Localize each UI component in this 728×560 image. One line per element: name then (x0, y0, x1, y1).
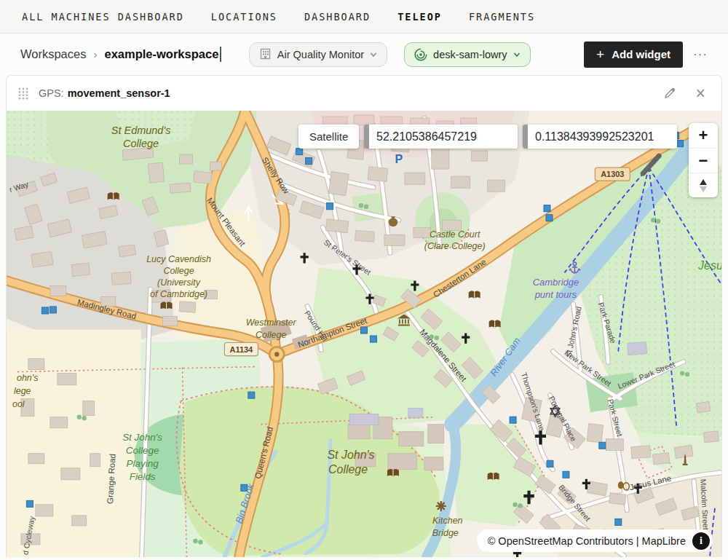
svg-text:College: College (163, 266, 194, 276)
parking-icon: P (395, 153, 403, 165)
compass-button[interactable] (689, 173, 718, 197)
nav-item-all-machines-dashboard[interactable]: ALL MACHINES DASHBOARD (22, 11, 184, 23)
longitude-input[interactable]: 0.11384393992523201 (523, 125, 677, 149)
widget-title-prefix: GPS: (39, 87, 64, 99)
chevron-down-icon (370, 51, 377, 58)
zoom-in-button[interactable]: + (689, 123, 718, 148)
nav-item-teleop[interactable]: TELEOP (397, 11, 442, 23)
add-widget-button[interactable]: + Add widget (584, 42, 683, 68)
road-badge-a1303: A1303 (595, 167, 630, 181)
edit-widget-button[interactable] (663, 87, 676, 100)
text-cursor (220, 47, 221, 62)
map-zoom-controls: + − (689, 123, 718, 197)
input-accent-bar (364, 125, 369, 149)
map-container: P St Edmund's College Lucy Cavendish Col… (7, 111, 721, 557)
svg-text:Jesus: Jesus (697, 259, 721, 272)
add-widget-label: Add widget (612, 48, 670, 60)
breadcrumb-workspaces[interactable]: Workspaces (20, 47, 86, 61)
latitude-input[interactable]: 52.2105386457219 (364, 125, 518, 149)
svg-text:A1134: A1134 (229, 345, 253, 354)
breadcrumb-current-workspace[interactable]: example-workspace (104, 47, 218, 61)
svg-text:College: College (328, 463, 368, 476)
part-selector-dropdown[interactable]: desk-sam-lowry (404, 42, 531, 67)
widget-sensor-name: movement_sensor-1 (68, 87, 170, 99)
chevron-down-icon (513, 51, 521, 58)
part-selector-label: desk-sam-lowry (433, 49, 507, 60)
svg-text:(University: (University (157, 277, 201, 288)
latitude-value[interactable]: 52.2105386457219 (369, 130, 484, 143)
satellite-toggle-button[interactable]: Satellite (298, 125, 359, 149)
svg-text:ohn's: ohn's (17, 373, 38, 383)
svg-text:College: College (123, 138, 159, 149)
svg-text:College: College (256, 329, 286, 339)
more-options-button[interactable]: ··· (693, 47, 708, 62)
svg-text:Lucy Cavendish: Lucy Cavendish (146, 254, 211, 264)
drag-handle-icon[interactable] (18, 87, 28, 100)
svg-text:A1303: A1303 (601, 170, 624, 178)
svg-text:punt tours: punt tours (534, 289, 577, 300)
longitude-value[interactable]: 0.11384393992523201 (528, 130, 661, 143)
nav-item-dashboard[interactable]: DASHBOARD (304, 11, 371, 23)
svg-text:Bridge: Bridge (432, 528, 459, 538)
nav-item-fragments[interactable]: FRAGMENTS (469, 11, 535, 23)
svg-text:Playing: Playing (127, 458, 159, 469)
svg-text:of Cambridge): of Cambridge) (150, 289, 207, 299)
svg-text:St John's: St John's (327, 449, 374, 461)
svg-text:Westminster: Westminster (246, 318, 297, 328)
svg-text:(Clare College): (Clare College) (424, 241, 486, 251)
breadcrumb-separator: › (93, 48, 97, 60)
svg-text:ool: ool (12, 399, 25, 409)
machine-selector-label: Air Quality Monitor (277, 49, 364, 60)
gps-widget-card: GPS:movement_sensor-1 × (6, 75, 722, 557)
pencil-icon (663, 87, 676, 100)
widget-title: GPS:movement_sensor-1 (39, 87, 170, 99)
machine-selector-dropdown[interactable]: Air Quality Monitor (249, 42, 387, 67)
svg-text:College: College (126, 445, 159, 456)
svg-text:Cambridge: Cambridge (533, 277, 579, 288)
info-icon[interactable]: i (692, 532, 710, 550)
top-navigation: ALL MACHINES DASHBOARD LOCATIONS DASHBOA… (0, 0, 728, 33)
input-accent-bar (523, 125, 528, 149)
live-connection-icon (414, 48, 427, 61)
road-badge-a1134: A1134 (224, 343, 258, 356)
windmill-icon (437, 502, 446, 510)
map-svg[interactable]: P St Edmund's College Lucy Cavendish Col… (7, 111, 721, 557)
svg-text:Fields: Fields (130, 471, 156, 482)
attribution-text: © OpenStreetMap Contributors | MapLibre (488, 535, 686, 547)
svg-text:St Edmund's: St Edmund's (111, 125, 171, 136)
svg-text:lege: lege (14, 386, 31, 396)
gps-widget-header: GPS:movement_sensor-1 × (7, 76, 721, 111)
workspace-header: Workspaces › example-workspace Air Quali… (0, 33, 728, 75)
svg-text:St John's: St John's (122, 432, 162, 443)
nav-item-locations[interactable]: LOCATIONS (211, 11, 277, 23)
compass-icon (698, 178, 708, 193)
machine-icon (259, 48, 272, 60)
plus-icon: + (596, 47, 604, 61)
zoom-out-button[interactable]: − (689, 148, 718, 173)
map-attribution: © OpenStreetMap Contributors | MapLibre … (477, 529, 713, 552)
svg-text:Castle Court: Castle Court (430, 229, 480, 240)
svg-text:Kitchen: Kitchen (432, 516, 463, 526)
